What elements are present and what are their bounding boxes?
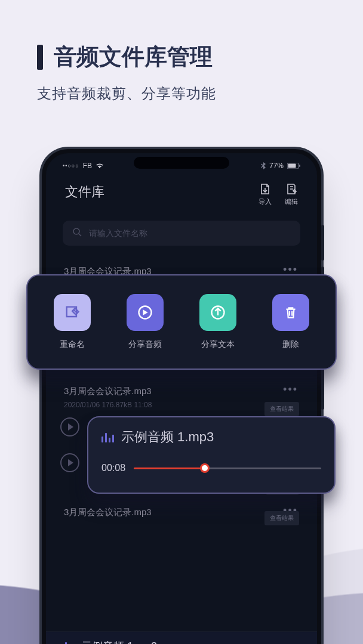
trash-icon <box>283 305 299 320</box>
share-audio-label: 分享音频 <box>128 339 162 350</box>
battery-percent: 77% <box>269 162 284 170</box>
carrier-label: FB <box>83 162 92 170</box>
player-elapsed: 00:08 <box>101 463 125 473</box>
edit-icon <box>285 183 297 195</box>
player-title: 示例音频 1.mp3 <box>121 428 214 446</box>
equalizer-icon <box>101 432 114 442</box>
title-accent-bar <box>37 45 43 70</box>
action-sheet: 重命名 分享音频 分享文本 删除 <box>26 274 337 370</box>
rename-label: 重命名 <box>60 339 85 350</box>
import-icon <box>259 183 271 195</box>
phone-side-button <box>321 225 324 261</box>
rename-button[interactable]: 重命名 <box>54 294 91 350</box>
edit-label: 编辑 <box>285 197 298 206</box>
app-header: 文件库 导入 编辑 <box>46 175 317 210</box>
share-text-icon <box>210 304 226 321</box>
wifi-icon <box>96 163 104 169</box>
page-subtitle: 支持音频裁剪、分享等功能 <box>37 84 339 103</box>
list-item[interactable]: 3月周会会议记录.mp3 ••• 查看结果 <box>64 496 299 527</box>
screen-title: 文件库 <box>65 183 104 201</box>
share-audio-button[interactable]: 分享音频 <box>127 294 164 350</box>
now-playing-title: 示例音频 1.mp3 <box>81 639 157 644</box>
import-button[interactable]: 导入 <box>259 183 272 206</box>
svg-point-3 <box>73 228 79 234</box>
search-input[interactable] <box>89 228 291 238</box>
more-icon[interactable]: ••• <box>283 383 298 396</box>
status-bar: ••○○○ FB 1:20 PM 77% <box>46 153 317 175</box>
svg-rect-2 <box>299 165 300 167</box>
item-title: 3月周会会议记录.mp3 <box>64 507 299 518</box>
player-popover: 示例音频 1.mp3 00:08 <box>87 416 336 494</box>
play-icon[interactable] <box>60 417 79 436</box>
rename-icon <box>64 304 81 321</box>
page-header: 音频文件库管理 支持音频裁剪、分享等功能 <box>37 42 339 103</box>
result-badge[interactable]: 查看结果 <box>264 402 299 416</box>
result-badge[interactable]: 查看结果 <box>264 511 299 525</box>
share-audio-icon <box>137 304 153 321</box>
search-icon <box>72 227 82 239</box>
edit-button[interactable]: 编辑 <box>285 183 298 206</box>
svg-rect-1 <box>288 164 296 168</box>
item-title: 3月周会会议记录.mp3 <box>64 386 299 397</box>
player-track[interactable] <box>134 467 321 469</box>
signal-dots: ••○○○ <box>63 163 79 169</box>
player-thumb[interactable] <box>200 463 210 473</box>
battery-icon <box>287 163 300 169</box>
delete-button[interactable]: 删除 <box>272 294 309 350</box>
delete-label: 删除 <box>282 339 299 350</box>
list-item[interactable]: 3月周会会议记录.mp3 2020/01/06 176.87kB 11:08 •… <box>64 375 299 417</box>
status-time: 1:20 PM <box>169 162 196 170</box>
import-label: 导入 <box>259 197 272 206</box>
now-playing-bar[interactable]: 示例音频 1.mp3 00:08 03:12 <box>46 631 317 644</box>
play-icon[interactable] <box>60 453 79 472</box>
equalizer-icon <box>61 641 74 644</box>
search-field[interactable] <box>63 221 300 246</box>
share-text-button[interactable]: 分享文本 <box>199 294 236 350</box>
bluetooth-icon <box>261 162 266 169</box>
page-title: 音频文件库管理 <box>54 42 213 72</box>
item-meta: 2020/01/06 176.87kB 11:08 <box>64 401 299 409</box>
share-text-label: 分享文本 <box>201 339 235 350</box>
phone-frame: ••○○○ FB 1:20 PM 77% 文件库 导入 <box>42 149 321 644</box>
